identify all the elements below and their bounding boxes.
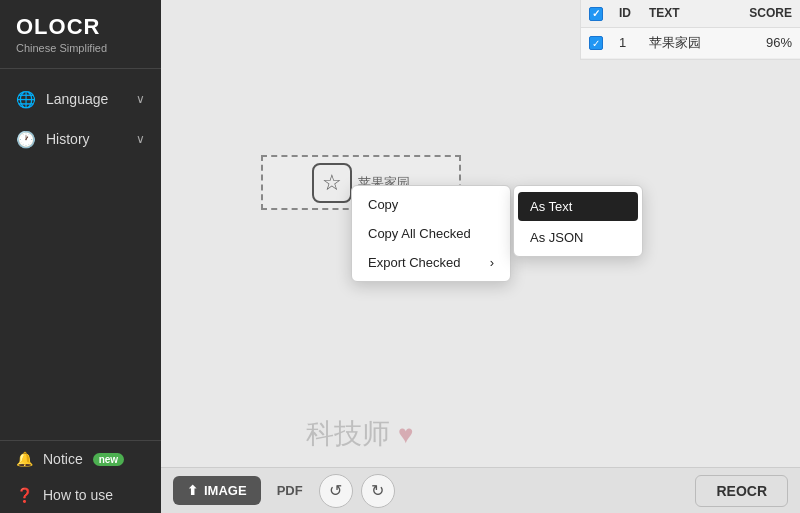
submenu-as-text[interactable]: As Text xyxy=(518,192,638,221)
sidebar-notice[interactable]: 🔔 Notice new xyxy=(0,441,161,477)
export-submenu: As Text As JSON xyxy=(513,185,643,257)
rotate-left-icon: ↺ xyxy=(329,481,342,500)
as-text-label: As Text xyxy=(530,199,572,214)
reocr-button[interactable]: REOCR xyxy=(695,475,788,507)
history-chevron-icon: ∨ xyxy=(136,132,145,146)
language-chevron-icon: ∨ xyxy=(136,92,145,106)
results-panel: ✓ ID TEXT SCORE ✓ 1 苹果家园 96% xyxy=(580,0,800,60)
heart-icon: ♥ xyxy=(398,419,413,450)
app-subtitle: Chinese Simplified xyxy=(16,42,145,54)
image-button[interactable]: ⬆ IMAGE xyxy=(173,476,261,505)
rotate-left-button[interactable]: ↺ xyxy=(319,474,353,508)
sidebar-howto[interactable]: ❓ How to use xyxy=(0,477,161,513)
export-submenu-arrow-icon: › xyxy=(490,255,494,270)
results-table: ✓ ID TEXT SCORE ✓ 1 苹果家园 96% xyxy=(581,0,800,59)
sidebar: OLOCR Chinese Simplified 🌐 Language ∨ 🕐 … xyxy=(0,0,161,513)
context-menu-copy-all[interactable]: Copy All Checked xyxy=(352,219,510,248)
howto-label: How to use xyxy=(43,487,113,503)
pdf-button-label: PDF xyxy=(277,483,303,498)
col-header-check: ✓ xyxy=(581,0,611,27)
col-header-id: ID xyxy=(611,0,641,27)
reocr-label: REOCR xyxy=(716,483,767,499)
main-area: ✓ ID TEXT SCORE ✓ 1 苹果家园 96% xyxy=(161,0,800,513)
star-icon: ☆ xyxy=(312,163,352,203)
row-checkbox[interactable]: ✓ xyxy=(589,36,603,50)
rotate-right-button[interactable]: ↻ xyxy=(361,474,395,508)
export-label: Export Checked xyxy=(368,255,461,270)
sidebar-item-history[interactable]: 🕐 History ∨ xyxy=(0,119,161,159)
as-json-label: As JSON xyxy=(530,230,583,245)
notice-badge: new xyxy=(93,453,124,466)
app-logo: OLOCR Chinese Simplified xyxy=(0,0,161,58)
bottom-toolbar: ⬆ IMAGE PDF ↺ ↻ REOCR xyxy=(161,467,800,513)
context-menu-export[interactable]: Export Checked › xyxy=(352,248,510,277)
submenu-as-json[interactable]: As JSON xyxy=(514,223,642,252)
image-button-label: IMAGE xyxy=(204,483,247,498)
upload-icon: ⬆ xyxy=(187,483,198,498)
notice-icon: 🔔 xyxy=(16,451,33,467)
select-all-checkbox[interactable]: ✓ xyxy=(589,7,603,21)
app-title: OLOCR xyxy=(16,14,145,40)
sidebar-divider xyxy=(0,68,161,69)
pdf-button[interactable]: PDF xyxy=(269,476,311,505)
language-icon: 🌐 xyxy=(16,89,36,109)
copy-label: Copy xyxy=(368,197,398,212)
howto-icon: ❓ xyxy=(16,487,33,503)
sidebar-language-label: Language xyxy=(46,91,126,107)
copy-all-label: Copy All Checked xyxy=(368,226,471,241)
col-header-text: TEXT xyxy=(641,0,741,27)
row-text-cell: 苹果家园 xyxy=(641,27,741,58)
rotate-right-icon: ↻ xyxy=(371,481,384,500)
row-checkbox-cell[interactable]: ✓ xyxy=(581,27,611,58)
row-score-cell: 96% xyxy=(741,27,800,58)
sidebar-bottom: 🔔 Notice new ❓ How to use xyxy=(0,440,161,513)
context-menu: Copy Copy All Checked Export Checked › xyxy=(351,185,511,282)
watermark-text: 科技师 ♥ xyxy=(306,415,413,453)
col-header-score: SCORE xyxy=(741,0,800,27)
history-icon: 🕐 xyxy=(16,129,36,149)
context-menu-copy[interactable]: Copy xyxy=(352,190,510,219)
table-row: ✓ 1 苹果家园 96% xyxy=(581,27,800,58)
sidebar-item-language[interactable]: 🌐 Language ∨ xyxy=(0,79,161,119)
sidebar-history-label: History xyxy=(46,131,126,147)
row-id-cell: 1 xyxy=(611,27,641,58)
notice-label: Notice xyxy=(43,451,83,467)
